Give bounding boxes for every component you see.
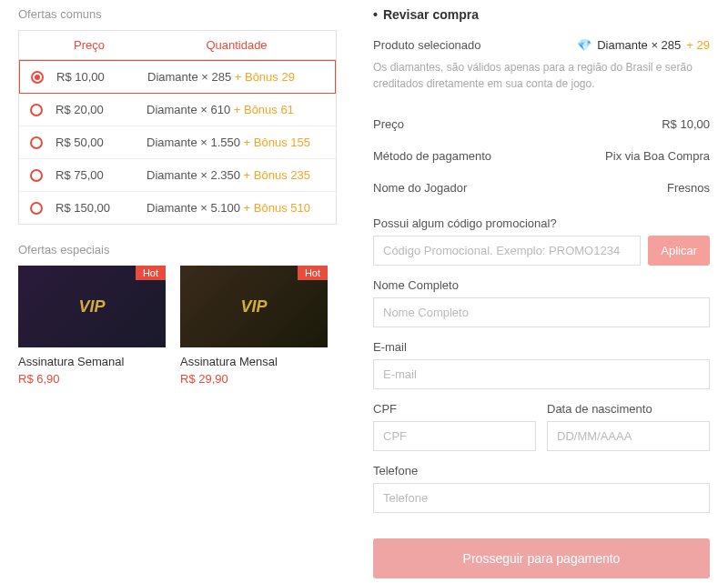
offer-price: R$ 75,00: [56, 168, 147, 182]
offer-qty: Diamante × 285 + Bônus 29: [147, 70, 295, 84]
hot-badge: Hot: [298, 266, 328, 280]
offer-qty: Diamante × 610 + Bônus 61: [147, 103, 294, 116]
product-base: Diamante × 285: [597, 38, 681, 52]
card-title: Assinatura Semanal: [18, 355, 166, 368]
offer-qty: Diamante × 2.350 + Bônus 235: [147, 168, 310, 182]
offers-table: Preço Quantidade R$ 10,00 Diamante × 285…: [18, 30, 337, 225]
offer-row[interactable]: R$ 20,00 Diamante × 610 + Bônus 61: [19, 94, 336, 126]
product-note: Os diamantes, são válidos apenas para a …: [373, 59, 710, 92]
special-offers-title: Ofertas especiais: [18, 243, 337, 256]
apply-button[interactable]: Aplicar: [648, 236, 710, 266]
hot-badge: Hot: [136, 266, 166, 280]
header-qty: Quantidade: [148, 38, 325, 52]
email-label: E-mail: [373, 340, 710, 354]
summary-price: PreçoR$ 10,00: [373, 108, 710, 140]
vip-text: VIP: [240, 297, 267, 317]
cpf-input[interactable]: [373, 421, 536, 451]
product-row: Produto selecionado 💎 Diamante × 285 + 2…: [373, 38, 710, 52]
promo-input[interactable]: [373, 236, 641, 266]
email-input[interactable]: [373, 359, 710, 389]
card-price: R$ 6,90: [18, 372, 166, 386]
card-title: Assinatura Mensal: [180, 355, 328, 368]
diamond-icon: 💎: [577, 38, 592, 52]
summary-player: Nome do JogadorFresnos: [373, 172, 710, 204]
offer-row[interactable]: R$ 10,00 Diamante × 285 + Bônus 29: [19, 60, 336, 94]
special-card[interactable]: VIP Hot Assinatura Semanal R$ 6,90: [18, 266, 166, 386]
offer-qty: Diamante × 1.550 + Bônus 155: [147, 136, 310, 149]
card-price: R$ 29,90: [180, 372, 328, 386]
product-bonus: + 29: [686, 38, 710, 52]
offer-qty: Diamante × 5.100 + Bônus 510: [147, 201, 310, 215]
radio-icon: [30, 169, 43, 182]
cpf-label: CPF: [373, 402, 536, 416]
radio-icon: [30, 104, 43, 116]
radio-icon: [31, 71, 44, 84]
fullname-label: Nome Completo: [373, 278, 710, 292]
offer-price: R$ 10,00: [56, 70, 147, 84]
offer-row[interactable]: R$ 75,00 Diamante × 2.350 + Bônus 235: [19, 159, 336, 192]
vip-text: VIP: [78, 297, 105, 317]
fullname-input[interactable]: [373, 297, 710, 327]
dob-label: Data de nascimento: [547, 402, 710, 416]
offer-price: R$ 20,00: [56, 103, 147, 116]
summary-method: Método de pagamentoPix via Boa Compra: [373, 140, 710, 172]
card-image: VIP Hot: [18, 266, 166, 347]
radio-icon: [30, 136, 43, 149]
promo-label: Possui algum código promocional?: [373, 216, 710, 230]
product-label: Produto selecionado: [373, 38, 481, 52]
dob-input[interactable]: [547, 421, 710, 451]
offers-header: Preço Quantidade: [19, 31, 336, 60]
offer-row[interactable]: R$ 50,00 Diamante × 1.550 + Bônus 155: [19, 126, 336, 159]
radio-icon: [30, 202, 43, 215]
proceed-button[interactable]: Prosseguir para pagamento: [373, 538, 710, 578]
offer-price: R$ 150,00: [56, 201, 147, 215]
card-image: VIP Hot: [180, 266, 328, 347]
phone-label: Telefone: [373, 464, 710, 477]
phone-input[interactable]: [373, 483, 710, 513]
offer-row[interactable]: R$ 150,00 Diamante × 5.100 + Bônus 510: [19, 192, 336, 224]
review-title: •Revisar compra: [373, 7, 710, 22]
common-offers-title: Ofertas comuns: [18, 7, 337, 21]
special-card[interactable]: VIP Hot Assinatura Mensal R$ 29,90: [180, 266, 328, 386]
offer-price: R$ 50,00: [56, 136, 147, 149]
header-price: Preço: [30, 38, 148, 52]
